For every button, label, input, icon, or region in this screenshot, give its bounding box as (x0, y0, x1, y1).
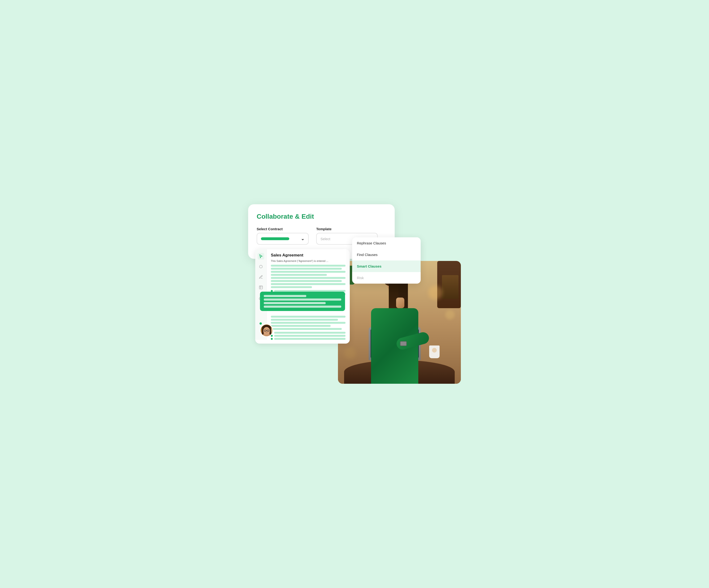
dropdown-item-risk[interactable]: Risk (352, 272, 421, 284)
text-line (271, 286, 312, 288)
dropdown-item-rephrase[interactable]: Rephrase Clauses (352, 237, 421, 249)
highlight-line (264, 306, 341, 308)
more-text-lines (271, 316, 345, 330)
person-watch (400, 341, 407, 346)
svg-rect-1 (259, 286, 263, 289)
bullet-dot (271, 338, 273, 340)
chevron-down-icon: ⌄ (301, 236, 305, 241)
text-line (271, 319, 338, 321)
svg-point-8 (263, 327, 270, 335)
coffee-cup (429, 345, 440, 358)
highlight-line (264, 295, 306, 297)
bokeh-3 (344, 347, 356, 359)
circle-tool-icon[interactable] (258, 263, 264, 270)
avatar-online-dot (259, 322, 262, 325)
highlight-block (260, 291, 345, 311)
text-lines-1 (271, 265, 345, 288)
text-line (271, 274, 327, 276)
document-subtitle: This Sales Agreement ("Agreement") is en… (271, 259, 345, 262)
document-title: Sales Agreement (271, 253, 345, 258)
bullet-item (271, 335, 345, 337)
pen-tool-icon[interactable] (258, 274, 264, 280)
svg-point-0 (260, 265, 262, 268)
highlight-line (264, 302, 326, 304)
avatar (260, 324, 273, 337)
text-line (271, 280, 342, 282)
text-line (271, 328, 342, 330)
bullet-bar (274, 338, 345, 340)
bullet-lines-2 (271, 332, 345, 340)
select-contract-dropdown[interactable]: ⌄ (257, 233, 309, 245)
cursor-tool-icon[interactable] (258, 253, 264, 259)
text-line (271, 322, 345, 324)
select-contract-filled-bar (261, 237, 289, 240)
text-line (271, 271, 345, 273)
dropdown-item-find[interactable]: Find Clauses (352, 249, 421, 260)
template-label: Template (316, 227, 378, 231)
bullet-bar (274, 332, 345, 334)
bullet-bar (274, 335, 345, 337)
template-placeholder: Select (320, 237, 331, 241)
text-line (271, 325, 331, 327)
scene: Collaborate & Edit Select Contract ⌄ Tem… (248, 204, 461, 384)
select-contract-label: Select Contract (257, 227, 309, 231)
select-contract-group: Select Contract ⌄ (257, 227, 309, 245)
avatar-image (261, 325, 272, 336)
cup-top (432, 348, 437, 353)
table-tool-icon[interactable] (258, 284, 264, 291)
bokeh-2 (445, 310, 455, 319)
person-hand (396, 298, 404, 308)
template-dropdown-menu: Rephrase Clauses Find Clauses Smart Clau… (352, 237, 421, 284)
text-line (271, 277, 345, 279)
text-line (271, 268, 342, 270)
highlight-line (264, 299, 341, 301)
bullet-item (271, 332, 345, 334)
text-line (271, 283, 345, 285)
text-line (271, 265, 345, 267)
bullet-item (271, 338, 345, 340)
page-title: Collaborate & Edit (257, 213, 386, 220)
bokeh-1 (428, 285, 442, 300)
cafe-shelf-item (442, 275, 458, 299)
text-line (271, 316, 345, 317)
dropdown-item-smart[interactable]: Smart Clauses (352, 260, 421, 272)
